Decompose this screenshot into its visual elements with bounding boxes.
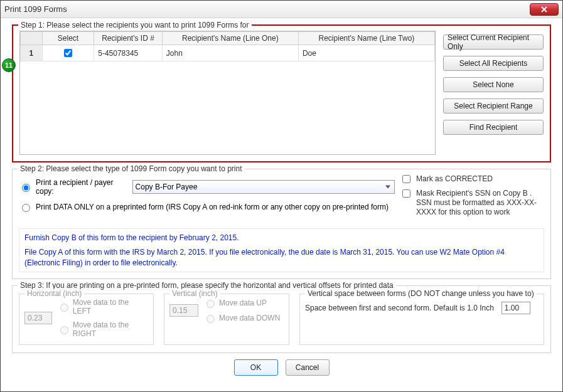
move-right-label: Move data to the RIGHT: [73, 320, 148, 338]
horizontal-title: Horizontal (inch): [24, 289, 84, 298]
close-button[interactable]: [530, 3, 559, 16]
step1-title: Step 1: Please select the recipients you…: [18, 21, 252, 29]
vertical-title: Vertical (inch): [169, 289, 220, 298]
copy-select[interactable]: Copy B-For Payee: [132, 180, 395, 194]
copy-select-value: Copy B-For Payee: [136, 183, 198, 191]
window-title: Print 1099 Forms: [4, 4, 67, 14]
move-up-radio: [206, 300, 215, 308]
col-id[interactable]: Recipient's ID #: [94, 32, 163, 45]
select-all-button[interactable]: Select All Recipients: [443, 56, 544, 71]
row-select-checkbox[interactable]: [64, 49, 72, 57]
horizontal-input: 0.23: [24, 312, 52, 324]
move-left-label: Move data to the LEFT: [73, 298, 148, 315]
mask-ssn-label: Mask Recipient's SSN on Copy B . SSN mus…: [416, 189, 544, 217]
step1-fieldset: Step 1: Please select the recipients you…: [12, 24, 551, 162]
horizontal-group: Horizontal (inch) 0.23 Move data to the …: [19, 294, 154, 345]
note-line1: Furnish Copy B of this form to the recip…: [24, 233, 539, 243]
ok-button[interactable]: OK: [234, 359, 278, 376]
col-select[interactable]: Select: [42, 32, 94, 45]
print-data-only-label: Print DATA ONLY on a preprinted form (IR…: [36, 203, 389, 211]
move-right-radio: [60, 326, 68, 334]
cancel-button[interactable]: Cancel: [286, 359, 330, 376]
close-icon: [540, 6, 548, 13]
move-down-label: Move data DOWN: [219, 314, 280, 322]
move-down-radio: [206, 315, 215, 323]
cell-name2: Doe: [298, 45, 434, 61]
button-column: Select Current Recipient Only Select All…: [443, 31, 544, 155]
move-up-label: Move data UP: [219, 299, 267, 307]
mark-corrected-checkbox[interactable]: [402, 175, 410, 183]
dialog-window: Print 1099 Forms 11 Step 1: Please selec…: [0, 0, 563, 392]
vspace-group: Vertical space between forms (DO NOT cha…: [299, 294, 544, 345]
step2-note: Furnish Copy B of this form to the recip…: [19, 228, 544, 272]
print-data-only-radio[interactable]: [22, 204, 30, 212]
step3-fieldset: Step 3: If you are printing on a pre-pri…: [12, 285, 551, 353]
col-name1[interactable]: Recipient's Name (Line One): [162, 32, 298, 45]
step-badge: 11: [2, 58, 16, 72]
table-row[interactable]: 1 5-45078345 John Doe: [21, 45, 435, 61]
titlebar: Print 1099 Forms: [1, 1, 562, 18]
vspace-desc: Space between first and second form. Def…: [305, 304, 494, 312]
mask-ssn-checkbox[interactable]: [402, 189, 410, 198]
step2-title: Step 2: Please select the type of 1099 F…: [18, 164, 245, 173]
select-none-button[interactable]: Select None: [443, 77, 544, 92]
footer: OK Cancel: [12, 359, 551, 376]
select-current-button[interactable]: Select Current Recipient Only: [443, 34, 544, 50]
mark-corrected-label: Mark as CORRECTED: [416, 174, 493, 184]
step2-fieldset: Step 2: Please select the type of 1099 F…: [12, 169, 551, 279]
select-range-button[interactable]: Select Recipient Range: [443, 98, 544, 114]
col-name2[interactable]: Recipient's Name (Line Two): [298, 32, 434, 45]
print-copy-label: Print a recipient / payer copy:: [36, 178, 129, 196]
content-area: Step 1: Please select the recipients you…: [1, 18, 562, 382]
print-copy-radio[interactable]: [22, 184, 30, 192]
vertical-group: Vertical (inch) 0.15 Move data UP Move d…: [164, 294, 289, 345]
move-left-radio: [60, 304, 68, 312]
col-rownum: [21, 32, 43, 45]
vspace-title: Vertical space between forms (DO NOT cha…: [305, 289, 537, 298]
vertical-input: 0.15: [169, 304, 198, 317]
note-line2: File Copy A of this form with the IRS by…: [24, 247, 539, 268]
row-number: 1: [21, 45, 43, 61]
step3-title: Step 3: If you are printing on a pre-pri…: [18, 281, 396, 290]
cell-id: 5-45078345: [94, 45, 163, 61]
recipients-grid[interactable]: Select Recipient's ID # Recipient's Name…: [19, 31, 436, 155]
cell-name1: John: [162, 45, 298, 61]
find-recipient-button[interactable]: Find Recipient: [443, 120, 544, 135]
vspace-input[interactable]: 1.00: [501, 302, 530, 314]
